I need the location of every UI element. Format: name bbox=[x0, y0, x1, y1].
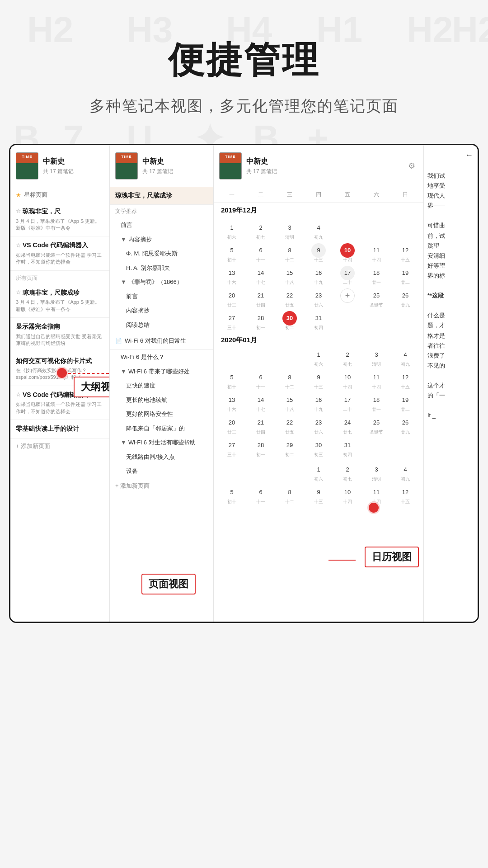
calendar-month-grid-2[interactable]: 1初六 2初七 3清明 4初九 5初十 6十一 8十二 9十三 10十四 11十… bbox=[214, 346, 423, 459]
panel-list-view: 中新史 共 17 篇笔记 ★ 星标页面 ☆ 琼瑰非宝，尺 3 月 4 日，苹果发… bbox=[10, 145, 110, 622]
outline-item[interactable]: 阅读总结 bbox=[110, 318, 213, 332]
outline-view-label: 大纲视图 bbox=[74, 377, 110, 397]
header-section: 便捷管理 多种笔记本视图，多元化管理您的笔记页面 bbox=[0, 0, 488, 117]
outline-item[interactable]: 更长的电池续航 bbox=[110, 393, 213, 407]
outline-item[interactable]: H. A. 别尔嘉耶夫 bbox=[110, 261, 213, 275]
notebook-cover-calendar bbox=[219, 152, 242, 179]
notebook-header-outline: 中新史 共 17 篇笔记 bbox=[110, 145, 213, 187]
add-page-btn-outline[interactable]: + 添加新页面 bbox=[110, 478, 213, 494]
calendar-month-label: 2019年12月 bbox=[214, 203, 423, 217]
outline-item[interactable]: 设备 bbox=[110, 464, 213, 478]
page-title: 便捷管理 bbox=[0, 36, 488, 85]
calendar-month-label-2: 2020年01月 bbox=[214, 332, 423, 346]
outline-item[interactable]: ▼内容摘抄 bbox=[110, 232, 213, 247]
outline-item[interactable]: ▼Wi-Fi 6 带来了哪些好处 bbox=[110, 364, 213, 379]
calendar-weekday-header: 一 二 三 四 五 六 日 bbox=[214, 187, 423, 203]
outline-item[interactable]: 无线路由器/接入点 bbox=[110, 450, 213, 464]
back-button[interactable]: ← bbox=[424, 145, 478, 165]
cursor-dot-list bbox=[56, 367, 68, 379]
panel-outline-view: 中新史 共 17 篇笔记 琼瑰非宝，尺牍成珍 文学推荐 前言 ▼内容摘抄 Φ. … bbox=[110, 145, 214, 622]
notebook-name-outline: 中新史 bbox=[142, 157, 208, 166]
panel-reading-view: ← 我们试地享受现代人界—— 可惜曲前，试跳望安清细好等望界的标 **这段 什么… bbox=[423, 145, 478, 622]
wifi-page-item[interactable]: 📄 Wi-Fi 6 对我们的日常生 bbox=[110, 332, 213, 350]
outline-item[interactable]: Φ. M. 陀思妥耶夫斯 bbox=[110, 246, 213, 261]
outline-item[interactable]: 内容摘抄 bbox=[110, 303, 213, 318]
outline-item[interactable]: 更快的速度 bbox=[110, 378, 213, 393]
list-item[interactable]: ☆ 琼瑰非宝，尺牍成珍 3 月 4 日，苹果发布了《App S 更新。新版《标准… bbox=[10, 284, 109, 318]
current-page-outline[interactable]: 琼瑰非宝，尺牍成珍 bbox=[110, 187, 213, 205]
page-view-label: 页面视图 bbox=[141, 574, 196, 594]
cursor-dot-calendar bbox=[367, 501, 380, 514]
list-item[interactable]: ☆ 琼瑰非宝，尺 3 月 4 日，苹果发布了《App S 更新。新版《标准》中有… bbox=[10, 203, 109, 236]
outline-item[interactable]: 降低来自「邻居家」的 bbox=[110, 421, 213, 436]
outline-item[interactable]: ▼《罪与罚》（1866） bbox=[110, 275, 213, 289]
notebook-header-list: 中新史 共 17 篇笔记 bbox=[10, 145, 109, 187]
reading-content: 我们试地享受现代人界—— 可惜曲前，试跳望安清细好等望界的标 **这段 什么是题… bbox=[424, 165, 478, 426]
outline-item[interactable]: ▼Wi-Fi 6 对生活有哪些帮助 bbox=[110, 435, 213, 450]
panel-calendar-view: 中新史 共 17 篇笔记 ⚙ 一 二 三 四 五 六 日 2019年12月 bbox=[214, 145, 423, 622]
notebook-cover-outline bbox=[115, 152, 138, 179]
list-item[interactable]: ☆ VS Code 代码编辑器入 如果当电脑只能装一个软件还需 学习工作时，不知… bbox=[10, 236, 109, 270]
notebook-header-calendar: 中新史 共 17 篇笔记 ⚙ bbox=[214, 145, 423, 187]
calendar-month-grid[interactable]: 1初六 2初七 3清明 4初九 5初十 6十一 8十二 9十三 10十四 11十… bbox=[214, 217, 423, 332]
outline-item[interactable]: 前言 bbox=[110, 218, 213, 232]
outline-item[interactable]: 前言 bbox=[110, 289, 213, 304]
page-subtitle: 多种笔记本视图，多元化管理您的笔记页面 bbox=[0, 96, 488, 117]
notebook-cover-list bbox=[16, 152, 38, 179]
notebook-name-calendar: 中新史 bbox=[246, 157, 405, 166]
starred-section-header: ★ 星标页面 bbox=[10, 187, 109, 203]
outline-item[interactable]: Wi-Fi 6 是什么？ bbox=[110, 350, 213, 364]
notebook-count-outline: 共 17 篇笔记 bbox=[142, 168, 208, 175]
list-item[interactable]: 显示器完全指南 我们通过自己的眼睛感受实世 受着毫无束缚的视野与绚烂缤纷 bbox=[10, 318, 109, 352]
list-item[interactable]: 零基础快读上手的设计 bbox=[10, 420, 109, 439]
notebook-name-list: 中新史 bbox=[43, 157, 104, 166]
calendar-view-label: 日历视图 bbox=[365, 547, 419, 567]
notebook-count-list: 共 17 篇笔记 bbox=[43, 168, 104, 175]
all-section-header: 所有页面 bbox=[10, 271, 109, 284]
add-page-btn-list[interactable]: + 添加新页面 bbox=[10, 439, 109, 454]
screenshot-container: 中新史 共 17 篇笔记 ★ 星标页面 ☆ 琼瑰非宝，尺 3 月 4 日，苹果发… bbox=[9, 144, 479, 623]
settings-icon[interactable]: ⚙ bbox=[405, 160, 418, 172]
outline-item[interactable]: 更好的网络安全性 bbox=[110, 407, 213, 421]
notebook-count-calendar: 共 17 篇笔记 bbox=[246, 168, 405, 175]
